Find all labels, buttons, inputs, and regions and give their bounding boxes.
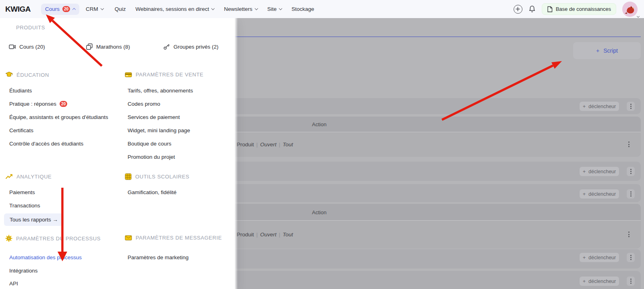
add-script-label: Script bbox=[603, 47, 618, 54]
menu-item-integrations[interactable]: Intégrations bbox=[9, 266, 38, 275]
document-icon bbox=[547, 6, 553, 12]
action-column-header: Action bbox=[312, 121, 326, 127]
credit-card-icon bbox=[125, 72, 132, 78]
menu-item-marathons[interactable]: Marathons (8) bbox=[86, 42, 130, 51]
nav-item-newsletters[interactable]: Newsletters bbox=[224, 6, 258, 12]
cube-icon bbox=[125, 173, 132, 180]
nav-item-webinaires[interactable]: Webinaires, sessions en direct bbox=[136, 6, 215, 12]
sales-section-title: PARAMÈTRES DE VENTE bbox=[125, 72, 204, 78]
user-avatar[interactable] bbox=[622, 2, 638, 17]
video-icon bbox=[9, 44, 16, 50]
plus-icon: + bbox=[583, 279, 586, 284]
plus-icon: + bbox=[583, 104, 586, 109]
menu-item-pratique-reponses[interactable]: Pratique : réponses 20 bbox=[9, 100, 67, 108]
trigger-row-summary: Produit|Ouvert|Tout bbox=[237, 141, 293, 148]
knowledge-base-button[interactable]: Base de connaissances bbox=[542, 3, 616, 15]
menu-item-controle-acces[interactable]: Contrôle d'accès des étudiants bbox=[9, 139, 83, 148]
nav-item-site[interactable]: Site bbox=[267, 6, 282, 12]
tab-underline bbox=[201, 37, 641, 37]
add-trigger-button[interactable]: + déclencheur bbox=[580, 167, 619, 176]
nav-item-cours[interactable]: Cours 20 bbox=[41, 4, 79, 15]
table-header-row: Action bbox=[225, 117, 641, 132]
nav-item-stockage[interactable]: Stockage bbox=[291, 6, 314, 12]
add-trigger-button[interactable]: + déclencheur bbox=[580, 277, 619, 286]
menu-item-cours[interactable]: Cours (20) bbox=[9, 42, 45, 51]
education-section-title: ÉDUCATION bbox=[5, 72, 49, 78]
graduation-cap-icon bbox=[5, 72, 13, 78]
menu-item-services-paiement[interactable]: Services de paiement bbox=[128, 113, 180, 121]
row-part-tout: Tout bbox=[283, 141, 293, 148]
add-trigger-label: déclencheur bbox=[588, 255, 616, 260]
menu-item-groupes-prives[interactable]: Groupes privés (2) bbox=[163, 42, 219, 51]
trigger-table-card: Action Produit|Ouvert|Tout bbox=[225, 117, 641, 157]
menu-item-gamification[interactable]: Gamification, fidélité bbox=[128, 188, 177, 196]
envelope-icon bbox=[125, 235, 132, 241]
row-menu-button[interactable] bbox=[628, 232, 630, 237]
menu-item-api[interactable]: API bbox=[9, 279, 18, 287]
card-menu-button[interactable] bbox=[627, 189, 635, 199]
nav-item-quiz[interactable]: Quiz bbox=[115, 6, 126, 12]
script-card-header: + déclencheur bbox=[225, 98, 641, 114]
add-script-button[interactable]: + Script bbox=[573, 42, 641, 59]
chevron-up-icon bbox=[72, 8, 76, 11]
process-section-title: PARAMÈTRES DU PROCESSUS bbox=[5, 235, 101, 242]
nav-item-crm[interactable]: CRM bbox=[86, 6, 103, 12]
gear-icon bbox=[5, 235, 12, 242]
chevron-down-icon bbox=[255, 7, 258, 10]
menu-item-promotion-projet[interactable]: Promotion du projet bbox=[128, 153, 175, 161]
app-screen: + Script + déclencheur Action Produit|Ou… bbox=[0, 0, 644, 289]
menu-item-paiements[interactable]: Paiements bbox=[9, 188, 35, 196]
menu-item-transactions[interactable]: Transactions bbox=[9, 201, 40, 209]
notifications-button[interactable] bbox=[528, 5, 536, 13]
menu-item-certificats[interactable]: Certificats bbox=[9, 126, 33, 134]
cours-count-badge: 20 bbox=[62, 6, 70, 12]
kwiga-logo[interactable]: KWIGA bbox=[5, 5, 31, 14]
card-menu-button[interactable] bbox=[627, 253, 635, 262]
menu-item-parametres-marketing[interactable]: Paramètres de marketing bbox=[128, 253, 189, 261]
bell-icon bbox=[528, 5, 536, 13]
school-tools-section-title: OUTILS SCOLAIRES bbox=[125, 173, 190, 180]
top-navigation-bar: KWIGA Cours 20 CRM Quiz Webinaires, sess… bbox=[0, 0, 644, 18]
plus-icon: + bbox=[583, 169, 586, 174]
chevron-down-icon bbox=[637, 14, 640, 17]
card-menu-button[interactable] bbox=[627, 277, 635, 286]
menu-item-codes-promo[interactable]: Codes promo bbox=[128, 100, 160, 108]
trend-up-icon bbox=[5, 173, 13, 180]
plus-icon: + bbox=[583, 255, 586, 260]
menu-item-widget-landing[interactable]: Widget, mini landing page bbox=[128, 126, 190, 134]
messaging-section-title: PARAMÈTRES DE MESSAGERIE bbox=[125, 235, 222, 241]
add-trigger-button[interactable]: + déclencheur bbox=[580, 189, 619, 199]
add-trigger-button[interactable]: + déclencheur bbox=[580, 253, 619, 262]
row-menu-button[interactable] bbox=[628, 141, 630, 147]
menu-item-tarifs-offres[interactable]: Tarifs, offres, abonnements bbox=[128, 86, 193, 94]
row-part-tout: Tout bbox=[283, 232, 293, 238]
chevron-down-icon bbox=[279, 7, 282, 10]
plus-icon: + bbox=[596, 47, 599, 54]
table-row[interactable]: Produit|Ouvert|Tout bbox=[225, 221, 641, 248]
menu-item-etudiants[interactable]: Étudiants bbox=[9, 86, 32, 94]
plus-icon: + bbox=[583, 191, 586, 197]
menu-item-automatisation-processus[interactable]: Automatisation des processus bbox=[9, 253, 82, 261]
create-button[interactable] bbox=[514, 5, 522, 14]
row-part-ouvert: Ouvert bbox=[260, 141, 277, 148]
add-trigger-label: déclencheur bbox=[588, 169, 616, 174]
script-card-header: + déclencheur bbox=[225, 271, 641, 289]
card-menu-button[interactable] bbox=[627, 102, 635, 111]
row-part-produit: Produit bbox=[237, 141, 254, 148]
table-header-row: Action bbox=[225, 204, 641, 221]
menu-item-equipe-assistants[interactable]: Équipe, assistants et groupes d'étudiant… bbox=[9, 113, 108, 121]
cardinal-bird-avatar bbox=[624, 4, 636, 14]
menu-item-tous-les-rapports[interactable]: Tous les rapports → bbox=[4, 213, 64, 226]
add-trigger-label: déclencheur bbox=[588, 279, 616, 284]
add-trigger-label: déclencheur bbox=[588, 191, 616, 197]
card-menu-button[interactable] bbox=[627, 167, 635, 176]
plus-icon bbox=[516, 7, 520, 11]
menu-item-boutique-cours[interactable]: Boutique de cours bbox=[128, 139, 171, 148]
add-trigger-button[interactable]: + déclencheur bbox=[580, 102, 619, 111]
trigger-row-summary: Produit|Ouvert|Tout bbox=[237, 232, 293, 238]
stack-icon bbox=[86, 43, 93, 50]
row-part-produit: Produit bbox=[237, 232, 254, 238]
table-row[interactable]: Produit|Ouvert|Tout bbox=[225, 132, 641, 156]
add-trigger-label: déclencheur bbox=[588, 104, 616, 109]
script-card-header: + déclencheur bbox=[225, 249, 641, 269]
